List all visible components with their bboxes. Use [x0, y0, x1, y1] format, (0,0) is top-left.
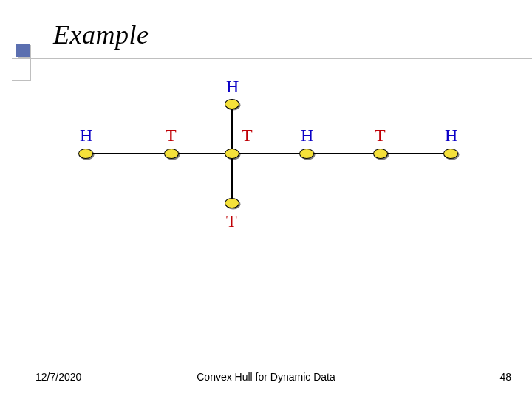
title-bar: Example: [0, 19, 532, 64]
title-underline: [12, 58, 532, 59]
label-row-2: T: [166, 126, 177, 146]
node-bottom: [225, 198, 239, 208]
node-row-2: [164, 149, 179, 159]
node-row-5: [373, 149, 388, 159]
label-bottom: T: [226, 211, 237, 231]
label-row-4: H: [301, 126, 313, 146]
title-underline-tail: [12, 80, 31, 81]
footer-title: Convex Hull for Dynamic Data: [0, 371, 532, 383]
title-bullet-icon: [16, 44, 30, 57]
label-top: H: [226, 77, 239, 97]
label-row-1: H: [80, 126, 92, 146]
slide: Example H T H T T H T H 12/: [0, 0, 532, 399]
label-row-5: T: [375, 126, 386, 146]
slide-title: Example: [53, 19, 149, 50]
node-top: [225, 99, 239, 109]
edge-horizontal: [86, 153, 451, 154]
node-row-1: [78, 149, 93, 159]
node-row-4: [299, 149, 314, 159]
label-row-3: T: [242, 126, 253, 146]
node-row-3: [225, 149, 239, 159]
footer-page-number: 48: [499, 371, 511, 383]
label-row-6: H: [445, 126, 457, 146]
diagram: H T H T T H T H: [0, 89, 532, 340]
title-vert-line: [30, 59, 31, 81]
node-row-6: [443, 149, 458, 159]
